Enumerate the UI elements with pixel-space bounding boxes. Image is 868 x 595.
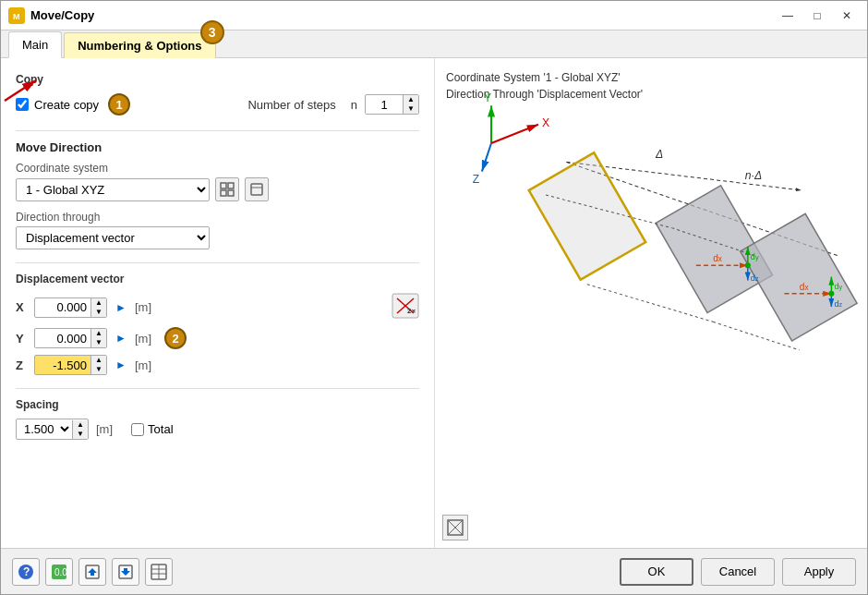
coord-system-select[interactable]: 1 - Global XYZ xyxy=(16,178,210,201)
z-input[interactable]: -1.500 xyxy=(35,357,90,374)
copy-title: Copy xyxy=(16,73,419,86)
svg-rect-7 xyxy=(228,190,234,196)
coord-system-label: Coordinate system xyxy=(16,162,419,175)
spacing-section: Spacing 1.500 ▲ ▼ [m] Total xyxy=(16,398,419,440)
right-panel: Coordinate System '1 - Global XYZ' Direc… xyxy=(435,58,867,548)
tab-badge: 3 xyxy=(200,20,224,44)
y-arrow-btn[interactable]: ► xyxy=(113,328,129,348)
svg-text:dy: dy xyxy=(751,252,759,261)
y-down-btn[interactable]: ▼ xyxy=(91,338,106,347)
red-arrow-icon xyxy=(1,75,45,104)
footer-icons: ? 0.0 xyxy=(12,558,614,586)
total-checkbox[interactable] xyxy=(131,423,144,436)
svg-rect-8 xyxy=(251,184,262,195)
import-icon-btn[interactable] xyxy=(112,558,139,586)
title-bar: M Move/Copy — □ ✕ xyxy=(1,1,867,30)
divider-2 xyxy=(16,262,419,263)
z-row: Z -1.500 ▲ ▼ ► [m] xyxy=(16,355,419,375)
minimize-button[interactable]: — xyxy=(775,6,801,26)
spacing-up-btn[interactable]: ▲ xyxy=(73,420,88,430)
diagram-svg: X Y Z xyxy=(435,58,867,548)
direction-through-select[interactable]: Displacement vector xyxy=(16,226,210,249)
svg-text:2×: 2× xyxy=(407,307,416,315)
x-spinners: ▲ ▼ xyxy=(90,298,106,317)
x-input-wrapper: 0.000 ▲ ▼ xyxy=(34,298,107,318)
steps-spinner: 1 ▲ ▼ xyxy=(365,94,419,115)
x-unit: [m] xyxy=(135,300,151,314)
y-up-btn[interactable]: ▲ xyxy=(91,329,106,338)
maximize-button[interactable]: □ xyxy=(804,6,830,26)
svg-text:dx: dx xyxy=(800,282,809,292)
z-arrow-btn[interactable]: ► xyxy=(113,355,129,375)
y-input[interactable]: 0.000 xyxy=(35,330,90,347)
direction-through-label: Direction through xyxy=(16,211,419,224)
calc-icon-btn[interactable]: 0.0 xyxy=(45,558,73,586)
x-arrow-btn[interactable]: ► xyxy=(113,298,129,318)
expand-btn[interactable] xyxy=(442,515,468,540)
window-title: Move/Copy xyxy=(30,8,769,22)
move-direction-section: Move Direction Coordinate system 1 - Glo… xyxy=(16,140,419,249)
y-spinners: ▲ ▼ xyxy=(90,329,106,347)
z-up-btn[interactable]: ▲ xyxy=(91,356,106,365)
svg-text:dz: dz xyxy=(751,273,759,283)
svg-line-16 xyxy=(482,143,491,172)
move-direction-title: Move Direction xyxy=(16,140,419,154)
displacement-badge: 2 xyxy=(164,327,187,349)
displacement-title: Displacement vector xyxy=(16,273,419,285)
help-icon-btn[interactable]: ? xyxy=(12,558,40,586)
z-spinners: ▲ ▼ xyxy=(90,356,106,374)
table-icon-btn[interactable] xyxy=(145,558,173,586)
close-button[interactable]: ✕ xyxy=(834,6,860,26)
svg-rect-6 xyxy=(221,190,226,196)
steps-spinner-btns: ▲ ▼ xyxy=(403,95,418,114)
svg-marker-58 xyxy=(88,568,97,576)
steps-up-btn[interactable]: ▲ xyxy=(404,95,418,104)
svg-text:dy: dy xyxy=(834,282,842,291)
x-down-btn[interactable]: ▼ xyxy=(91,308,106,317)
tab-main[interactable]: Main xyxy=(8,31,62,58)
svg-rect-4 xyxy=(221,183,226,188)
direction-through-field: Direction through Displacement vector xyxy=(16,211,419,249)
x-2x-icon[interactable]: 2× xyxy=(392,293,419,322)
svg-text:M: M xyxy=(13,12,20,21)
total-label[interactable]: Total xyxy=(131,422,173,436)
spacing-title: Spacing xyxy=(16,398,419,411)
displacement-section: Displacement vector X 0.000 ▲ ▼ ► [m] xyxy=(16,273,419,375)
svg-text:0.0: 0.0 xyxy=(54,567,67,577)
export-icon-btn[interactable] xyxy=(78,558,106,586)
spacing-down-btn[interactable]: ▼ xyxy=(73,430,88,439)
x-input[interactable]: 0.000 xyxy=(35,298,90,316)
svg-point-49 xyxy=(828,291,834,297)
z-down-btn[interactable]: ▼ xyxy=(91,365,106,374)
z-label: Z xyxy=(16,358,29,372)
svg-rect-5 xyxy=(228,183,234,188)
copy-left: Create copy 1 xyxy=(16,93,130,115)
coord-system-field: Coordinate system 1 - Global XYZ xyxy=(16,162,419,201)
spacing-input-wrapper: 1.500 ▲ ▼ xyxy=(16,419,89,440)
coord-system-row: 1 - Global XYZ xyxy=(16,177,419,201)
spacing-select[interactable]: 1.500 xyxy=(17,419,72,439)
x-up-btn[interactable]: ▲ xyxy=(91,298,106,308)
divider-3 xyxy=(16,388,419,389)
tab-numbering[interactable]: Numbering & Options 3 xyxy=(64,32,215,58)
svg-point-42 xyxy=(745,262,751,268)
cancel-button[interactable]: Cancel xyxy=(701,558,775,586)
svg-text:?: ? xyxy=(23,565,30,578)
ok-button[interactable]: OK xyxy=(620,558,693,586)
svg-marker-60 xyxy=(121,568,130,576)
y-unit: [m] xyxy=(135,332,151,346)
z-unit: [m] xyxy=(135,358,151,372)
y-input-wrapper: 0.000 ▲ ▼ xyxy=(34,328,107,348)
steps-row: Number of steps n 1 ▲ ▼ xyxy=(247,94,419,115)
svg-text:X: X xyxy=(542,116,549,129)
spacing-unit: [m] xyxy=(96,422,113,436)
steps-input[interactable]: 1 xyxy=(366,96,403,114)
direction-through-row: Displacement vector xyxy=(16,226,419,249)
x-label: X xyxy=(16,300,29,314)
apply-button[interactable]: Apply xyxy=(782,558,856,586)
copy-row: Create copy 1 Number of steps n 1 ▲ ▼ xyxy=(16,93,419,115)
steps-down-btn[interactable]: ▼ xyxy=(404,104,418,114)
coord-icon-btn-2[interactable] xyxy=(245,177,269,201)
svg-text:dz: dz xyxy=(834,299,842,309)
coord-icon-btn-1[interactable] xyxy=(215,177,239,201)
